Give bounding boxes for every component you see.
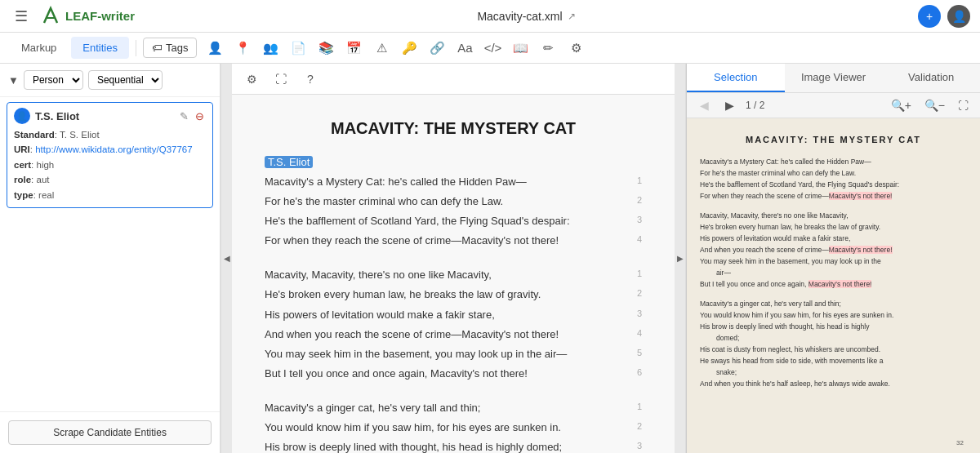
help-icon[interactable]: ? (299, 68, 322, 91)
tab-selection[interactable]: Selection (687, 64, 785, 92)
book-image: MACAVITY: THE MYSTERY CAT Macavity's a M… (687, 118, 980, 453)
center-toolbar: ⚙ ⛶ ? (232, 64, 675, 95)
scrape-candidate-entities-button[interactable]: Scrape Candidate Entities (8, 420, 212, 445)
external-link-icon[interactable]: ↗ (568, 11, 576, 22)
scrape-button-container: Scrape Candidate Entities (0, 411, 220, 453)
poem-line: Macavity's a ginger cat, he's very tall … (265, 399, 642, 417)
poem-stanza-1: Macavity, Macavity, there's no one like … (265, 266, 642, 383)
entity-cert: cert: high (14, 158, 206, 172)
document-title: Macavity-cat.xml ↗ (141, 10, 911, 23)
entity-uri-link[interactable]: http://www.wikidata.org/entity/Q37767 (35, 144, 192, 154)
entity-header: 👤 T.S. Eliot ✎ ⊖ (14, 108, 206, 124)
poem-line: You would know him if you saw him, for h… (265, 419, 642, 437)
main-layout: ▼ Person Sequential 👤 T.S. Eliot ✎ ⊖ (0, 64, 980, 453)
poem-line: You may seek him in the basement, you ma… (265, 345, 642, 363)
link-icon[interactable]: 🔗 (425, 37, 448, 60)
entity-tag-highlight[interactable]: T.S. Eliot (265, 156, 313, 168)
open-book-icon[interactable]: 📖 (509, 37, 532, 60)
app-logo: LEAF-writer (39, 5, 135, 28)
left-panel: ▼ Person Sequential 👤 T.S. Eliot ✎ ⊖ (0, 64, 220, 453)
filter-row: ▼ Person Sequential (0, 64, 220, 97)
right-nav: ◀ ▶ 1 / 2 🔍+ 🔍− ⛶ (687, 93, 980, 118)
poem-line: For when they reach the scene of crime—M… (265, 232, 642, 250)
user-add-icon[interactable]: + (918, 5, 941, 28)
center-panel: ⚙ ⛶ ? MACAVITY: THE MYSTERY CAT T.S. Eli… (232, 64, 675, 453)
book-icon[interactable]: 📚 (314, 37, 337, 60)
zoom-in-button[interactable]: 🔍+ (888, 97, 915, 113)
toolbar-icons: 👤 📍 👥 📄 📚 📅 ⚠ 🔑 🔗 Aa </> 📖 ✏ ⚙ (203, 37, 587, 60)
code-icon[interactable]: </> (481, 37, 504, 60)
warning-icon[interactable]: ⚠ (370, 37, 393, 60)
entity-delete-button[interactable]: ⊖ (194, 109, 206, 124)
entity-type-filter[interactable]: Person (24, 70, 83, 90)
poem-line: And when you reach the scene of crime—Ma… (265, 326, 642, 344)
poem-line: But I tell you once and once again, Maca… (265, 365, 642, 383)
book-title-image: MACAVITY: THE MYSTERY CAT (746, 135, 921, 144)
settings-tool-icon[interactable]: ⚙ (240, 68, 263, 91)
topbar-actions: + 👤 (918, 5, 970, 28)
fullscreen-icon[interactable]: ⛶ (270, 68, 292, 91)
poem-line: For he's the master criminal who can def… (265, 193, 642, 211)
poem-title: MACAVITY: THE MYSTERY CAT (265, 119, 642, 138)
location-icon[interactable]: 📍 (231, 37, 254, 60)
next-page-button[interactable]: ▶ (720, 97, 739, 113)
poem-line: He's the bafflement of Scotland Yard, th… (265, 212, 642, 230)
prev-page-button[interactable]: ◀ (695, 97, 714, 113)
entity-name: T.S. Eliot (35, 110, 173, 122)
right-expand-handle[interactable]: ▶ (675, 64, 686, 453)
page-number: 32 (956, 439, 964, 446)
right-panel: Selection Image Viewer Validation ◀ ▶ 1 … (686, 64, 980, 453)
expand-view-button[interactable]: ⛶ (955, 98, 972, 113)
app-logo-text: LEAF-writer (65, 9, 135, 23)
poem-line: Macavity's a Mystery Cat: he's called th… (265, 173, 642, 191)
document-icon[interactable]: 📄 (287, 37, 310, 60)
edit-icon[interactable]: ✏ (537, 37, 559, 60)
user-avatar[interactable]: 👤 (947, 5, 970, 28)
poem-line: Macavity, Macavity, there's no one like … (265, 266, 642, 284)
entity-list: 👤 T.S. Eliot ✎ ⊖ Standard: T. S. Eliot U… (0, 97, 220, 411)
entity-role: role: aut (14, 172, 206, 187)
entity-avatar: 👤 (14, 108, 30, 124)
calendar-icon[interactable]: 📅 (342, 37, 365, 60)
entity-edit-button[interactable]: ✎ (178, 109, 190, 124)
book-image-container: MACAVITY: THE MYSTERY CAT Macavity's a M… (687, 118, 980, 453)
text-icon[interactable]: Aa (453, 37, 476, 60)
page-indicator: 1 / 2 (746, 100, 764, 111)
tab-validation[interactable]: Validation (882, 64, 980, 92)
entity-standard: Standard: T. S. Eliot (14, 127, 206, 142)
group-icon[interactable]: 👥 (259, 37, 282, 60)
poem-line: He's broken every human law, he breaks t… (265, 286, 642, 304)
entity-detail: Standard: T. S. Eliot URI: http://www.wi… (14, 127, 206, 202)
entity-item: 👤 T.S. Eliot ✎ ⊖ Standard: T. S. Eliot U… (7, 102, 213, 208)
poem-content: MACAVITY: THE MYSTERY CAT T.S. Eliot Mac… (232, 95, 675, 453)
tag-icon: 🏷 (152, 42, 163, 54)
poem-stanza-0: T.S. Eliot Macavity's a Mystery Cat: he'… (265, 154, 642, 250)
entity-actions: ✎ ⊖ (178, 109, 206, 124)
poem-line: His brow is deeply lined with thought, h… (265, 438, 642, 453)
entity-uri: URI: http://www.wikidata.org/entity/Q377… (14, 142, 206, 157)
entity-type: type: real (14, 188, 206, 202)
settings-icon[interactable]: ⚙ (564, 37, 587, 60)
filter-icon[interactable]: ▼ (8, 74, 19, 87)
tab-entities[interactable]: Entities (71, 37, 129, 59)
key-icon[interactable]: 🔑 (398, 37, 421, 60)
poem-line: His powers of levitation would make a fa… (265, 306, 642, 324)
tags-button[interactable]: 🏷 Tags (143, 38, 197, 58)
entity-order-filter[interactable]: Sequential (88, 70, 163, 90)
tab-markup[interactable]: Markup (10, 37, 68, 59)
person-icon[interactable]: 👤 (203, 37, 226, 60)
tab-image-viewer[interactable]: Image Viewer (785, 64, 883, 92)
book-text: Macavity's a Mystery Cat: he's called th… (700, 156, 967, 389)
toolbar-divider (136, 40, 136, 56)
collapse-handle[interactable]: ◀ (220, 64, 232, 453)
topbar: ☰ LEAF-writer Macavity-cat.xml ↗ + 👤 (0, 0, 980, 33)
poem-stanza-2: Macavity's a ginger cat, he's very tall … (265, 399, 642, 453)
right-tabs: Selection Image Viewer Validation (687, 64, 980, 93)
main-toolbar: Markup Entities 🏷 Tags 👤 📍 👥 📄 📚 📅 ⚠ 🔑 🔗… (0, 33, 980, 64)
hamburger-icon[interactable]: ☰ (10, 5, 33, 28)
zoom-out-button[interactable]: 🔍− (921, 97, 948, 113)
